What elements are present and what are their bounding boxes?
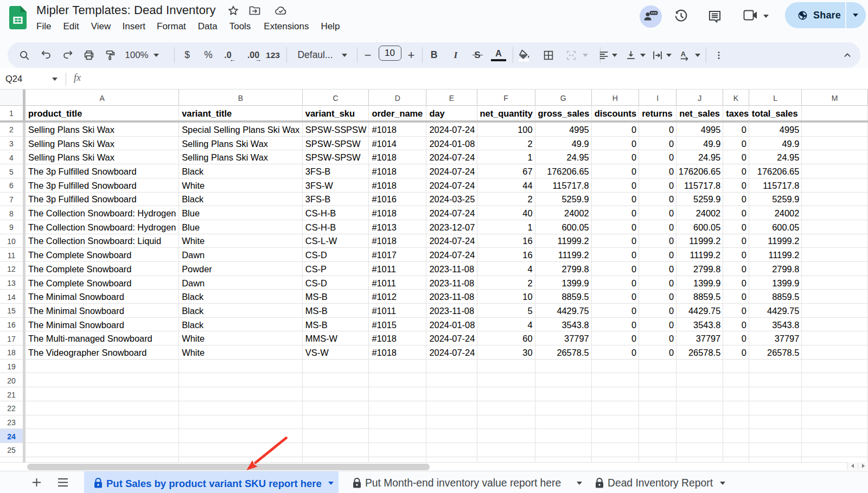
svg-text:A: A [681, 49, 686, 57]
